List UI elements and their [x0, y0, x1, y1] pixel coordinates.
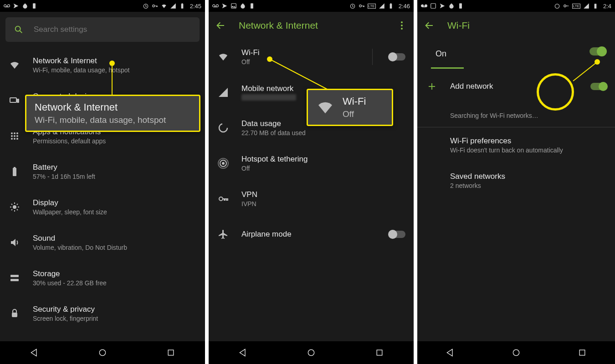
back-nav-icon[interactable]	[238, 348, 247, 357]
svg-point-16	[16, 138, 18, 140]
overflow-menu-icon[interactable]	[396, 20, 407, 31]
row-add-network[interactable]: Add network	[417, 69, 615, 104]
row-title: Wi-Fi preferences	[450, 136, 607, 146]
wifi-toggle[interactable]	[389, 53, 405, 61]
callout-sub: Wi-Fi, mobile, data usage, hotspot	[35, 115, 191, 125]
voicemail-icon	[4, 3, 10, 9]
data-usage-icon	[218, 122, 229, 133]
recent-nav-icon[interactable]	[375, 348, 384, 357]
row-sub: Wi-Fi, mobile, data usage, hotspot	[33, 66, 197, 74]
svg-rect-7	[17, 99, 19, 103]
search-input[interactable]	[34, 25, 191, 34]
row-sub: Volume, vibration, Do Not Disturb	[33, 244, 197, 251]
wifi-on-header[interactable]: On	[417, 39, 615, 69]
svg-rect-3	[181, 4, 183, 8]
row-sound[interactable]: Sound Volume, vibration, Do Not Disturb	[0, 225, 205, 260]
svg-rect-6	[10, 98, 16, 102]
callout-wifi: Wi-Fi Off	[307, 89, 393, 126]
back-icon[interactable]	[215, 20, 226, 31]
nav-bar	[0, 341, 205, 364]
svg-point-10	[16, 132, 18, 134]
row-saved-networks[interactable]: Saved networks 2 networks	[417, 163, 615, 198]
signal-icon	[170, 3, 176, 9]
nav-bar	[209, 341, 414, 364]
status-bar: 2:45	[0, 0, 205, 12]
settings-main-screen: 2:45 Network & Internet Wi-Fi, mobile, d…	[0, 0, 205, 364]
back-nav-icon[interactable]	[446, 348, 455, 357]
search-settings[interactable]	[5, 17, 200, 42]
row-battery[interactable]: Battery 57% - 1d 16h 15m left	[0, 154, 205, 189]
phone-status-icon	[31, 3, 37, 9]
phone-status-icon	[457, 3, 464, 9]
row-wifi[interactable]: Wi-Fi Off	[209, 39, 414, 75]
svg-point-11	[11, 135, 13, 137]
recent-nav-icon[interactable]	[578, 348, 587, 357]
alarm-icon	[143, 3, 149, 9]
callout-title: Wi-Fi	[343, 96, 366, 107]
svg-point-38	[219, 197, 223, 201]
signal-row-icon	[218, 87, 229, 98]
svg-point-2	[152, 5, 154, 7]
back-icon[interactable]	[424, 20, 435, 31]
plus-icon	[426, 81, 437, 92]
row-title: VPN	[241, 190, 405, 199]
svg-rect-30	[390, 3, 391, 4]
scan-toggle[interactable]	[590, 83, 607, 90]
callout-network-internet: Network & Internet Wi-Fi, mobile, data u…	[25, 95, 200, 132]
svg-rect-24	[168, 350, 174, 355]
svg-rect-42	[459, 3, 462, 9]
row-title: Airplane mode	[241, 230, 377, 239]
row-title: Battery	[33, 163, 197, 172]
row-title: Saved networks	[450, 172, 607, 181]
row-display[interactable]: Display Wallpaper, sleep, font size	[0, 189, 205, 225]
lte-icon: LTE	[368, 4, 376, 9]
svg-point-34	[219, 124, 227, 132]
row-vpn[interactable]: VPN IVPN	[209, 181, 414, 217]
svg-rect-41	[431, 4, 436, 9]
callout-dot	[594, 59, 600, 65]
key-icon	[563, 3, 569, 9]
lte-icon: LTE	[572, 4, 580, 9]
row-title: Display	[33, 198, 197, 207]
row-searching: Searching for Wi-Fi networks…	[417, 104, 615, 127]
svg-rect-21	[10, 279, 19, 281]
row-hotspot[interactable]: Hotspot & tethering Off	[209, 146, 414, 181]
svg-rect-26	[251, 3, 253, 9]
apps-icon	[9, 131, 20, 142]
row-title: Security & privacy	[33, 305, 197, 314]
callout-dot	[267, 56, 272, 62]
recent-nav-icon[interactable]	[166, 348, 175, 357]
alarm-icon	[349, 3, 356, 9]
voicemail-icon	[212, 3, 219, 9]
row-wifi-preferences[interactable]: Wi-Fi preferences Wi-Fi doesn't turn bac…	[417, 127, 615, 163]
svg-point-23	[99, 349, 105, 355]
wifi-master-toggle[interactable]	[589, 47, 606, 56]
phone-status-icon	[249, 3, 255, 9]
leaf-icon	[448, 3, 455, 9]
image-icon	[231, 3, 237, 9]
row-title: Network & Internet	[33, 56, 197, 66]
alarm-icon	[554, 3, 560, 9]
home-nav-icon[interactable]	[512, 348, 521, 357]
search-icon	[14, 25, 24, 35]
home-nav-icon[interactable]	[307, 348, 316, 357]
key-icon	[359, 3, 365, 9]
row-storage[interactable]: Storage 30% used - 22.28 GB free	[0, 260, 205, 296]
storage-icon	[9, 273, 20, 283]
searching-text: Searching for Wi-Fi networks…	[450, 112, 607, 119]
row-security-privacy[interactable]: Security & privacy Screen lock, fingerpr…	[0, 296, 205, 331]
nav-bar	[417, 341, 615, 364]
svg-point-44	[564, 5, 566, 7]
row-network-internet[interactable]: Network & Internet Wi-Fi, mobile, data u…	[0, 47, 205, 83]
home-nav-icon[interactable]	[98, 348, 107, 357]
row-airplane-mode[interactable]: Airplane mode	[209, 217, 414, 252]
row-sub: Permissions, default apps	[33, 137, 197, 145]
airplane-toggle[interactable]	[389, 231, 405, 238]
battery-icon	[592, 3, 599, 9]
key-icon	[152, 3, 158, 9]
hotspot-icon	[218, 158, 229, 169]
svg-point-19	[13, 205, 16, 209]
wifi-icon	[218, 51, 229, 62]
back-nav-icon[interactable]	[30, 348, 39, 357]
svg-rect-45	[594, 4, 597, 8]
